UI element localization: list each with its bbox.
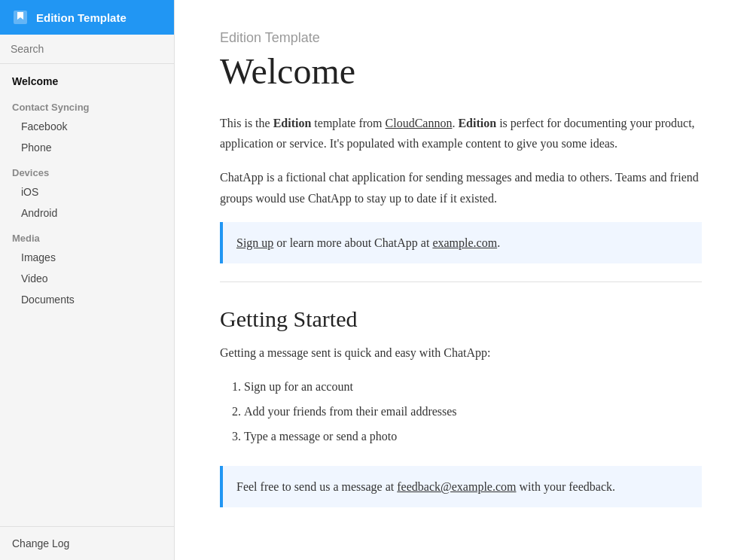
sidebar-footer: Change Log	[0, 526, 174, 560]
intro-p1-mid: template from	[311, 117, 385, 129]
sidebar-item-phone[interactable]: Phone	[0, 137, 174, 158]
sidebar-section-devices: Devices	[0, 158, 174, 181]
callout1-mid: or learn more about ChatApp at	[273, 236, 432, 249]
cloudcannon-link[interactable]: CloudCannon	[386, 117, 453, 129]
intro-paragraph-2: ChatApp is a fictional chat application …	[220, 167, 702, 208]
callout1-end: .	[497, 236, 500, 249]
callout2-post: with your feedback.	[516, 480, 615, 493]
step-3: Type a message or send a photo	[244, 426, 702, 448]
intro-p1-bold1: Edition	[273, 117, 312, 129]
step-2: Add your friends from their email addres…	[244, 401, 702, 423]
search-input[interactable]	[11, 43, 163, 55]
step-1: Sign up for an account	[244, 376, 702, 398]
sidebar-item-android[interactable]: Android	[0, 202, 174, 224]
sidebar-item-documents[interactable]: Documents	[0, 289, 174, 310]
sidebar-item-video[interactable]: Video	[0, 268, 174, 289]
steps-list: Sign up for an account Add your friends …	[220, 376, 702, 447]
sidebar-header: Edition Template	[0, 0, 174, 35]
sidebar-item-changelog[interactable]: Change Log	[12, 537, 162, 549]
page-title: Welcome	[220, 50, 702, 92]
getting-started-heading: Getting Started	[220, 306, 702, 332]
sidebar-section-contact-syncing: Contact Syncing	[0, 93, 174, 116]
sidebar-item-images[interactable]: Images	[0, 247, 174, 268]
sidebar: Edition Template Welcome Contact Syncing…	[0, 0, 175, 560]
callout-2: Feel free to send us a message at feedba…	[220, 466, 702, 507]
app-logo-icon	[12, 9, 29, 26]
intro-paragraph-1: This is the Edition template from CloudC…	[220, 113, 702, 154]
sidebar-item-ios[interactable]: iOS	[0, 181, 174, 202]
content-block: Edition Template Welcome This is the Edi…	[220, 30, 702, 507]
sidebar-item-facebook[interactable]: Facebook	[0, 116, 174, 137]
intro-p1-bold2: Edition	[458, 117, 496, 129]
sidebar-nav: Welcome Contact Syncing Facebook Phone D…	[0, 64, 174, 526]
sidebar-section-media: Media	[0, 224, 174, 247]
callout-1: Sign up or learn more about ChatApp at e…	[220, 222, 702, 263]
callout2-pre: Feel free to send us a message at	[236, 480, 397, 493]
section-divider	[220, 282, 702, 282]
section-intro: Getting a message sent is quick and easy…	[220, 342, 702, 363]
page-subtitle: Edition Template	[220, 30, 702, 46]
example-com-link[interactable]: example.com	[432, 236, 497, 249]
sidebar-title: Edition Template	[36, 11, 127, 24]
feedback-email-link[interactable]: feedback@example.com	[397, 480, 516, 493]
main-content: Edition Template Welcome This is the Edi…	[175, 0, 747, 560]
intro-p1-pre: This is the	[220, 117, 273, 129]
signup-link[interactable]: Sign up	[236, 236, 273, 249]
sidebar-item-welcome[interactable]: Welcome	[0, 70, 174, 93]
search-container[interactable]	[0, 35, 174, 64]
